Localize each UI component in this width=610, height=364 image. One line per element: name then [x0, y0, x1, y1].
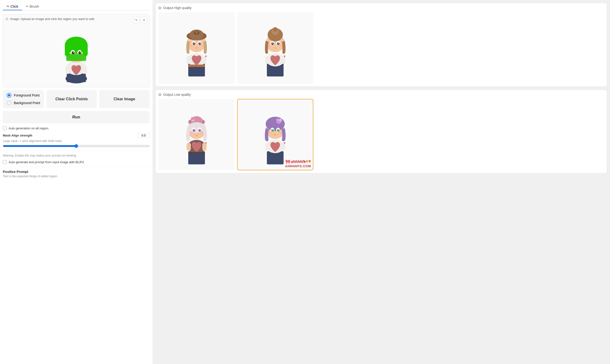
- mask-align-value[interactable]: [138, 133, 150, 138]
- output-hq-image-2[interactable]: ♥: [237, 12, 313, 84]
- svg-point-70: [191, 117, 194, 120]
- clear-image-button[interactable]: Clear Image: [99, 90, 150, 108]
- svg-point-89: [279, 118, 282, 122]
- lq-char-2-svg: ♥: [254, 103, 297, 167]
- positive-prompt-label: Positive Prompt: [3, 170, 150, 174]
- svg-point-96: [278, 129, 279, 130]
- output-lq-title: Output Low quality: [163, 93, 191, 96]
- background-radio[interactable]: [7, 101, 12, 105]
- tab-brush-label: Brush: [30, 4, 39, 8]
- output-high-quality-section: ⊟ Output High quality: [155, 3, 607, 87]
- svg-rect-83: [265, 143, 270, 151]
- svg-text:♥: ♥: [205, 54, 207, 58]
- svg-rect-81: [267, 151, 284, 164]
- svg-point-76: [194, 129, 195, 130]
- positive-prompt-hint: Text in the expected things of edited re…: [3, 175, 150, 178]
- divider-1: [3, 151, 150, 151]
- svg-point-77: [199, 129, 200, 130]
- image-preview[interactable]: ♥: [5, 23, 147, 85]
- svg-point-36: [194, 42, 195, 43]
- svg-point-98: [279, 132, 282, 134]
- image-area-label: Image: Upload an image and click the reg…: [10, 17, 95, 21]
- svg-rect-61: [188, 152, 205, 154]
- svg-point-57: [279, 45, 282, 47]
- svg-point-15: [73, 52, 74, 53]
- svg-point-79: [200, 132, 204, 134]
- mask-align-label: Mask Align strength: [3, 134, 32, 137]
- svg-text:♥: ♥: [284, 141, 286, 145]
- svg-rect-24: [187, 56, 191, 64]
- svg-point-39: [200, 45, 204, 47]
- image-area-actions: ✎ ✕: [133, 17, 147, 23]
- brush-icon: ✏: [26, 4, 29, 8]
- output-lq-header: ⊟ Output Low quality: [158, 93, 604, 96]
- blip2-label: Auto generate text prompt from input ima…: [9, 160, 84, 164]
- svg-point-10: [65, 37, 87, 50]
- svg-point-87: [266, 117, 285, 131]
- mask-align-section: Mask Align strength Large value -> stric…: [3, 133, 150, 148]
- svg-rect-43: [265, 56, 270, 64]
- clear-click-points-button[interactable]: Clear Click Points: [46, 90, 97, 108]
- svg-point-16: [80, 52, 81, 53]
- output-low-quality-section: ⊟ Output Low quality: [155, 90, 607, 173]
- background-point-label: Background Point: [14, 101, 40, 105]
- svg-point-55: [278, 42, 279, 43]
- svg-point-90: [276, 118, 279, 121]
- svg-point-38: [190, 45, 193, 47]
- output-lq-image-2[interactable]: ♥ 🎀 ahhhhfs A分享 AHHHHFS.COM: [237, 99, 313, 170]
- edit-image-button[interactable]: ✎: [133, 17, 139, 23]
- svg-rect-4: [82, 65, 87, 74]
- input-image-svg: ♥: [52, 24, 100, 83]
- auto-generation-label: Auto generation on all region.: [9, 127, 49, 130]
- blip2-row: Auto generate text prompt from input ima…: [3, 160, 150, 164]
- svg-point-97: [268, 132, 272, 134]
- left-panel: ✂ Click ✏ Brush ⊟ Image: Upload an image…: [0, 0, 153, 364]
- run-button[interactable]: Run: [3, 111, 150, 123]
- output-hq-image-1[interactable]: ♥: [158, 12, 235, 84]
- controls-row: Foreground Point Background Point Clear …: [3, 90, 150, 108]
- svg-point-37: [199, 42, 200, 43]
- tab-click[interactable]: ✂ Click: [3, 3, 22, 10]
- svg-text:♥: ♥: [205, 141, 207, 145]
- auto-generation-checkbox[interactable]: [3, 126, 7, 130]
- slider-header: Mask Align strength: [3, 133, 150, 138]
- output-hq-title: Output High quality: [163, 6, 192, 10]
- svg-rect-62: [187, 143, 191, 151]
- svg-point-31: [195, 31, 198, 34]
- output-lq-icon: ⊟: [158, 93, 161, 96]
- svg-point-54: [272, 42, 273, 43]
- output-lq-image-1[interactable]: ♥: [158, 99, 235, 170]
- warning-text: Warning: Enable this may makes your prom…: [3, 154, 150, 157]
- output-lq-images: ♥: [158, 99, 604, 170]
- image-icon: ⊟: [5, 17, 8, 21]
- output-hq-header: ⊟ Output High quality: [158, 6, 604, 10]
- scissors-icon: ✂: [7, 4, 9, 8]
- svg-point-78: [190, 132, 193, 134]
- foreground-radio[interactable]: [7, 93, 12, 98]
- output-hq-images: ♥: [158, 12, 604, 84]
- tab-click-label: Click: [11, 4, 18, 8]
- foreground-point-label: Foreground Point: [14, 93, 39, 97]
- auto-generation-row: Auto generation on all region.: [3, 126, 150, 130]
- svg-point-95: [272, 129, 273, 130]
- image-upload-area: ⊟ Image: Upload an image and click the r…: [3, 14, 150, 87]
- image-area-header: ⊟ Image: Upload an image and click the r…: [5, 17, 147, 21]
- hq-char-2-svg: ♥: [254, 16, 297, 80]
- hq-char-1-svg: ♥: [175, 16, 218, 80]
- foreground-point-option[interactable]: Foreground Point: [7, 93, 40, 98]
- divider-2: [3, 167, 150, 167]
- mask-align-slider[interactable]: [3, 144, 150, 148]
- background-point-option[interactable]: Background Point: [7, 101, 40, 105]
- svg-point-71: [188, 122, 206, 133]
- svg-point-49: [273, 27, 278, 32]
- tabs-container: ✂ Click ✏ Brush: [3, 3, 150, 11]
- close-image-button[interactable]: ✕: [141, 17, 147, 23]
- blip2-checkbox[interactable]: [3, 160, 7, 164]
- svg-point-56: [268, 45, 272, 47]
- point-selector: Foreground Point Background Point: [3, 90, 44, 108]
- tab-brush[interactable]: ✏ Brush: [22, 3, 43, 10]
- positive-prompt-section: Positive Prompt Text in the expected thi…: [3, 170, 150, 178]
- lq-char-1-svg: ♥: [175, 103, 218, 167]
- svg-rect-3: [65, 65, 70, 74]
- svg-rect-19: [66, 54, 86, 61]
